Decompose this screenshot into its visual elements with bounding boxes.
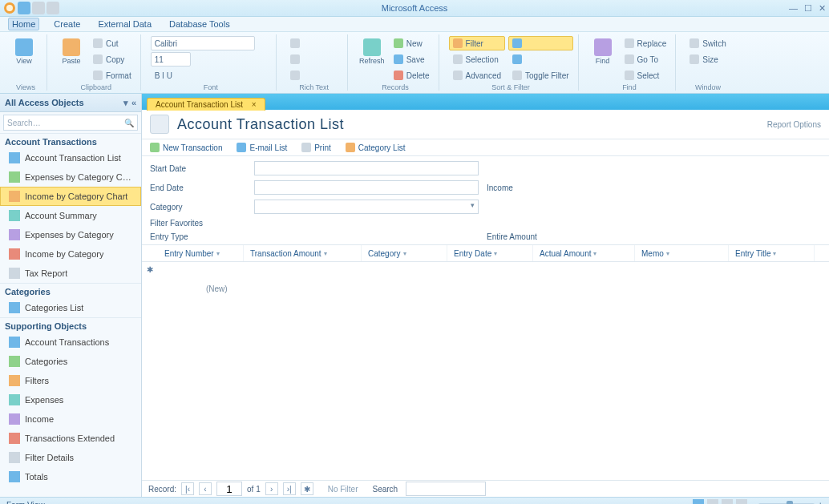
col-entry-title[interactable]: Entry Title [729, 245, 815, 261]
font-family-select[interactable]: Calibri [151, 36, 255, 50]
ribbon-tab-home[interactable]: Home [8, 18, 39, 30]
ribbon-tab-external[interactable]: External Data [95, 18, 155, 30]
close-icon[interactable]: × [252, 100, 257, 109]
nav-item[interactable]: Filters [0, 371, 141, 390]
view-header: Account Transaction List Report Options [142, 110, 829, 139]
undo-icon[interactable] [32, 2, 45, 14]
size-to-fit-button[interactable]: Size [685, 52, 730, 67]
cut-button[interactable]: Cut [89, 36, 135, 50]
nav-item[interactable]: Transactions Extended [0, 429, 141, 448]
switch-windows-button[interactable]: Switch [685, 36, 730, 50]
nav-item[interactable]: Account Summary [0, 206, 141, 225]
ribbon-tab-dbtools[interactable]: Database Tools [166, 18, 233, 30]
object-icon [9, 375, 20, 386]
maximize-icon[interactable]: ☐ [804, 3, 812, 14]
selection-button[interactable]: Selection [449, 52, 505, 67]
new-row-marker: ✱ [147, 265, 153, 274]
nav-item[interactable]: Income [0, 409, 141, 429]
view-switch-design-icon[interactable] [736, 499, 747, 504]
category-list-link[interactable]: Category List [346, 143, 406, 152]
col-entry-date[interactable]: Entry Date [447, 245, 533, 261]
nav-item[interactable]: Expenses [0, 390, 141, 409]
find-button[interactable]: Find [588, 36, 617, 75]
zoom-in-button[interactable]: + [818, 501, 823, 505]
nav-item[interactable]: Expenses by Category [0, 225, 141, 244]
save-icon[interactable] [18, 2, 30, 14]
nav-header[interactable]: All Access Objects ▾ « [0, 94, 141, 112]
print-link[interactable]: Print [301, 143, 331, 152]
close-icon[interactable]: ✕ [819, 3, 826, 14]
view-switch-datasheet-icon[interactable] [707, 499, 718, 504]
x-icon [394, 71, 403, 80]
tab-account-transaction-list[interactable]: Account Transaction List × [147, 98, 265, 111]
filter-button[interactable]: Filter [449, 36, 505, 50]
ribbon-tab-create[interactable]: Create [51, 18, 83, 30]
nav-item[interactable]: Expenses by Category Chart [0, 167, 141, 187]
last-record-button[interactable]: ›| [283, 482, 296, 495]
advanced-filter-button[interactable]: Advanced [449, 68, 505, 83]
paste-button[interactable]: Paste [57, 36, 86, 75]
font-size-select[interactable]: 11 [151, 52, 191, 67]
nav-item[interactable]: Account Transaction List [0, 148, 141, 167]
minimize-icon[interactable]: — [789, 3, 798, 14]
resize-icon [689, 54, 699, 64]
bold-italic-underline[interactable]: B I U [151, 68, 271, 83]
collapse-icon[interactable]: « [131, 98, 136, 107]
sort-desc-button[interactable] [508, 52, 572, 67]
indent-button[interactable] [286, 52, 304, 67]
sort-asc-button[interactable] [508, 36, 572, 50]
new-transaction-link[interactable]: New Transaction [150, 143, 222, 152]
align-button[interactable] [286, 68, 304, 83]
email-list-link[interactable]: E-mail List [237, 143, 287, 152]
nav-item-label: Categories List [25, 303, 83, 312]
report-options-link[interactable]: Report Options [767, 120, 821, 129]
pager-search-input[interactable] [406, 482, 486, 496]
toggle-filter-button[interactable]: Toggle Filter [508, 68, 572, 83]
col-memo[interactable]: Memo [635, 245, 729, 261]
copy-button[interactable]: Copy [89, 52, 135, 67]
format-painter-button[interactable]: Format [89, 68, 135, 83]
nav-item[interactable]: Categories List [0, 298, 141, 317]
filter-panel: Start Date End Date Income Category Filt… [142, 156, 829, 245]
save-record-button[interactable]: Save [390, 52, 434, 67]
document-tabstrip: Account Transaction List × [142, 94, 829, 110]
col-transaction-amount[interactable]: Transaction Amount [244, 245, 362, 261]
nav-item[interactable]: Categories [0, 352, 141, 371]
replace-button[interactable]: Replace [621, 36, 671, 50]
zoom-out-button[interactable]: − [750, 501, 755, 505]
plus-icon [394, 38, 403, 48]
new-record-nav-button[interactable]: ✱ [301, 482, 313, 495]
nav-item[interactable]: Filter Details [0, 448, 141, 467]
nav-item[interactable]: Account Transactions [0, 333, 141, 352]
binoculars-icon [594, 38, 612, 56]
goto-button[interactable]: Go To [621, 52, 671, 67]
col-actual-amount[interactable]: Actual Amount [533, 245, 635, 261]
chevron-down-icon[interactable]: ▾ [123, 98, 128, 108]
nav-group-title: Account Transactions [0, 133, 141, 148]
view-button[interactable]: View [10, 36, 38, 75]
office-button[interactable] [3, 2, 16, 14]
redo-icon[interactable] [47, 2, 59, 14]
nav-item[interactable]: Tax Report [0, 264, 141, 283]
view-switch-layout-icon[interactable] [722, 499, 733, 504]
view-switch-form-icon[interactable] [693, 499, 704, 504]
first-record-button[interactable]: |‹ [181, 482, 194, 495]
category-select[interactable] [254, 200, 479, 214]
col-entry-number[interactable]: Entry Number [158, 245, 244, 261]
start-date-input[interactable] [254, 161, 479, 175]
nav-item[interactable]: Income by Category [0, 244, 141, 264]
new-record-button[interactable]: New [390, 36, 434, 50]
nav-search-input[interactable]: Search… 🔍 [3, 115, 138, 131]
grid-body[interactable]: ✱ (New) [142, 262, 829, 480]
nav-item[interactable]: Totals [0, 467, 141, 486]
select-button[interactable]: Select [621, 68, 671, 83]
bullets-button[interactable] [286, 36, 304, 50]
next-record-button[interactable]: › [265, 482, 278, 495]
delete-record-button[interactable]: Delete [390, 68, 434, 83]
current-record-input[interactable] [216, 482, 242, 496]
col-category[interactable]: Category [362, 245, 447, 261]
refresh-button[interactable]: Refresh [358, 36, 386, 75]
nav-item[interactable]: Income by Category Chart [0, 187, 141, 206]
prev-record-button[interactable]: ‹ [199, 482, 212, 495]
end-date-input[interactable] [254, 180, 479, 195]
